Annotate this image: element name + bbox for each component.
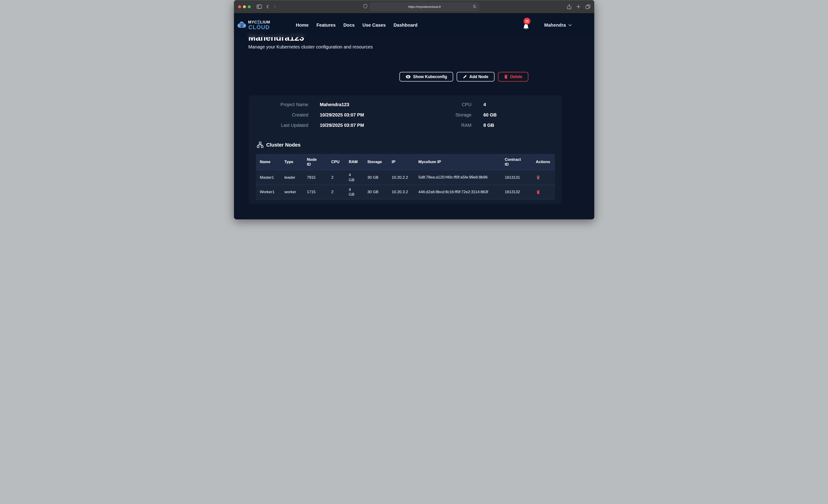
add-node-label: Add Node <box>469 75 488 79</box>
field-value: Mahendra123 <box>320 101 435 108</box>
add-node-button[interactable]: Add Node <box>457 72 495 82</box>
page-content: Mahendra123 Manage your Kubernetes clust… <box>234 13 594 219</box>
col-contract-id: Contract ID <box>505 157 536 167</box>
chevron-down-icon <box>568 24 572 26</box>
table-row: Master1 leader 7915 2 4 GB 30 GB 10.20.2… <box>256 170 555 185</box>
field-value: 8 GB <box>484 122 518 129</box>
col-ip: IP <box>392 160 418 164</box>
browser-toolbar: https://myceliumcloud.tf <box>234 0 594 13</box>
share-button[interactable] <box>567 4 571 9</box>
nav-link-home[interactable]: Home <box>296 23 308 28</box>
delete-node-button[interactable] <box>536 190 540 194</box>
user-name: Mahendra <box>544 23 566 28</box>
field-label: Storage <box>435 112 471 119</box>
cell-mycelium-ip: 446:d2a6:8bcd:8c16:ff0f:72e2:3114:863f <box>418 190 505 195</box>
reload-button[interactable] <box>472 4 477 9</box>
pencil-icon <box>463 75 467 79</box>
overview-right: CPU 4 Storage 60 GB RAM 8 GB <box>435 101 518 129</box>
overview-left: Project Name Mahendra123 Created 10/29/2… <box>249 101 435 129</box>
page-subtitle: Manage your Kubernetes cluster configura… <box>248 44 373 50</box>
forward-button[interactable] <box>274 5 276 9</box>
col-actions: Actions <box>536 160 555 164</box>
delete-label: Delete <box>510 75 522 79</box>
url-text: https://myceliumcloud.tf <box>408 5 441 8</box>
shield-icon[interactable] <box>364 4 367 9</box>
refresh-icon <box>473 5 477 8</box>
cell-ip: 10.20.3.2 <box>392 190 418 194</box>
user-menu-button[interactable]: Mahendra <box>544 23 572 28</box>
cell-name: Master1 <box>260 175 285 180</box>
sidebar-icon <box>257 5 262 9</box>
field-label: CPU <box>435 101 471 108</box>
bell-icon <box>523 24 529 30</box>
share-icon <box>567 4 571 9</box>
cell-contract-id: 1613132 <box>505 190 536 194</box>
nav-link-dashboard[interactable]: Dashboard <box>394 23 417 28</box>
new-tab-button[interactable] <box>576 4 580 9</box>
cell-ip: 10.20.2.2 <box>392 175 418 180</box>
col-type: Type <box>285 160 307 164</box>
cell-storage: 30 GB <box>368 175 392 180</box>
address-bar[interactable]: https://myceliumcloud.tf <box>370 2 480 11</box>
cell-cpu: 2 <box>331 175 349 180</box>
site-navbar: MYCLIUM CLOUD Home Features Docs Use Cas… <box>234 13 594 37</box>
cloud-tree-icon <box>237 22 246 29</box>
cluster-nodes-title: Cluster Nodes <box>266 142 301 148</box>
back-button[interactable] <box>266 5 269 9</box>
zoom-window-button[interactable] <box>248 5 251 8</box>
table-row: Worker1 worker 1715 2 4 GB 30 GB 10.20.3… <box>256 185 555 199</box>
sidebar-toggle-button[interactable] <box>257 5 262 9</box>
field-label: Project Name <box>249 101 308 108</box>
col-node-id: Node ID <box>307 157 331 167</box>
cell-cpu: 2 <box>331 190 349 194</box>
field-value: 4 <box>484 101 518 108</box>
notification-badge: 11 <box>524 18 530 25</box>
eye-icon <box>406 75 411 79</box>
close-window-button[interactable] <box>238 5 241 8</box>
cell-node-id: 7915 <box>307 175 331 180</box>
brand-name-bottom: CLOUD <box>248 25 270 30</box>
minimize-window-button[interactable] <box>243 5 246 8</box>
page-viewport: Mahendra123 Manage your Kubernetes clust… <box>234 13 594 219</box>
brand-name-top: MYCLIUM <box>248 20 270 24</box>
stylized-e-icon <box>257 20 260 24</box>
field-label: Created <box>249 112 308 119</box>
notifications-button[interactable]: 11 <box>523 24 529 31</box>
network-nodes-icon <box>257 142 263 148</box>
cell-storage: 30 GB <box>368 190 392 194</box>
show-kubeconfig-label: Show Kubeconfig <box>413 75 447 79</box>
field-value: 10/29/2025 03:07 PM <box>320 122 435 129</box>
chevron-right-icon <box>274 5 276 9</box>
cluster-detail-panel: Project Name Mahendra123 Created 10/29/2… <box>249 95 562 204</box>
brand-logo[interactable]: MYCLIUM CLOUD <box>237 20 270 30</box>
field-label: Last Updated <box>249 122 308 129</box>
col-storage: Storage <box>368 160 392 164</box>
tabs-icon <box>586 5 590 9</box>
nav-links: Home Features Docs Use Cases Dashboard <box>296 23 418 28</box>
cluster-nodes-table: Name Type Node ID CPU RAM Storage IP Myc… <box>256 154 555 199</box>
cell-contract-id: 1613131 <box>505 175 536 180</box>
cell-type: leader <box>285 175 307 180</box>
browser-window: https://myceliumcloud.tf <box>234 0 594 219</box>
cluster-overview: Project Name Mahendra123 Created 10/29/2… <box>249 101 562 129</box>
chevron-left-icon <box>266 5 269 9</box>
trash-icon <box>537 190 540 194</box>
cell-name: Worker1 <box>260 190 285 194</box>
plus-icon <box>576 5 580 9</box>
field-value: 10/29/2025 03:07 PM <box>320 112 435 119</box>
cell-ram: 4 GB <box>349 187 368 197</box>
traffic-lights <box>238 5 251 8</box>
show-kubeconfig-button[interactable]: Show Kubeconfig <box>400 72 453 82</box>
cluster-actions: Show Kubeconfig Add Node Delete <box>400 72 529 82</box>
nav-link-docs[interactable]: Docs <box>343 23 355 28</box>
delete-cluster-button[interactable]: Delete <box>498 72 529 82</box>
nav-link-features[interactable]: Features <box>317 23 335 28</box>
col-name: Name <box>260 160 285 164</box>
table-header-row: Name Type Node ID CPU RAM Storage IP Myc… <box>256 154 555 170</box>
trash-icon <box>537 175 540 179</box>
tab-overview-button[interactable] <box>586 4 590 9</box>
field-value: 60 GB <box>484 112 518 119</box>
delete-node-button[interactable] <box>536 175 540 179</box>
nav-link-use-cases[interactable]: Use Cases <box>362 23 386 28</box>
cell-type: worker <box>285 190 307 194</box>
